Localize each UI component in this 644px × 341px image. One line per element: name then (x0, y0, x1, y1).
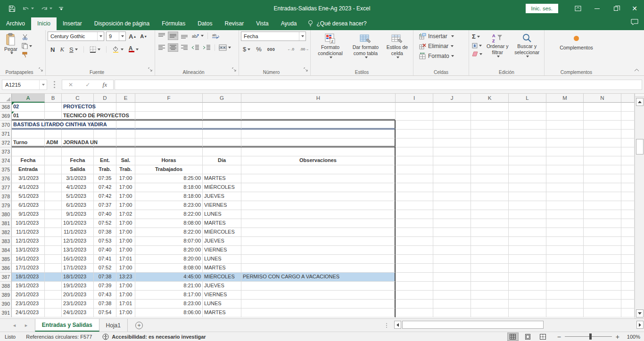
cell-D391[interactable]: 07:54 (94, 309, 116, 317)
cell-N388[interactable] (584, 282, 621, 291)
page-layout-view-icon[interactable] (522, 333, 534, 341)
cell-J370[interactable] (433, 121, 471, 130)
cell-I375[interactable] (396, 165, 433, 174)
cell-B380[interactable] (45, 210, 62, 219)
cell-L380[interactable] (509, 210, 546, 219)
save-icon[interactable] (8, 5, 16, 12)
cell-x385[interactable] (621, 255, 635, 264)
cell-H373[interactable] (241, 147, 396, 156)
fill-icon[interactable] (471, 42, 483, 49)
cell-D385[interactable]: 07:41 (94, 255, 116, 264)
page-break-view-icon[interactable] (537, 333, 549, 341)
cell-x381[interactable] (621, 219, 635, 228)
cell-H377[interactable] (241, 183, 396, 192)
row-header-377[interactable]: 377 (0, 183, 12, 192)
cell-A379[interactable]: 6/1/2023 (12, 201, 45, 210)
cell-I379[interactable] (396, 201, 433, 210)
column-header-N[interactable]: N (584, 94, 621, 103)
cell-E383[interactable]: 17:00 (116, 237, 135, 246)
cell-B373[interactable] (45, 147, 62, 156)
cell-I371[interactable] (396, 130, 433, 138)
insert-function-icon[interactable]: fx (103, 81, 107, 89)
cell-B369[interactable] (45, 112, 62, 121)
cell-G386[interactable]: MARTES (203, 264, 241, 273)
cell-B372[interactable]: ADM (45, 138, 62, 147)
row-header-379[interactable]: 379 (0, 201, 12, 210)
undo-icon[interactable] (22, 6, 34, 12)
find-select-button[interactable]: Buscar y seleccionar (512, 32, 542, 59)
cell-B387[interactable] (45, 273, 62, 282)
cell-C374[interactable]: Fecha (62, 156, 94, 165)
cell-F390[interactable]: 8:23:00 (135, 300, 203, 309)
cell-J374[interactable] (433, 156, 471, 165)
cell-B386[interactable] (45, 264, 62, 273)
cell-F388[interactable]: 8:21:00 (135, 282, 203, 291)
row-header-374[interactable]: 374 (0, 156, 12, 165)
cell-C378[interactable]: 5/1/2023 (62, 192, 94, 201)
cell-M383[interactable] (546, 237, 584, 246)
currency-format-icon[interactable]: $ (242, 45, 251, 53)
cell-A372[interactable]: Turno (12, 138, 45, 147)
cell-H376[interactable] (241, 174, 396, 183)
cell-N371[interactable] (584, 130, 621, 138)
cell-K375[interactable] (471, 165, 509, 174)
percent-format-icon[interactable]: % (255, 45, 263, 53)
fill-color-icon[interactable] (111, 46, 124, 53)
zoom-slider[interactable]: − + (557, 333, 619, 340)
cell-K389[interactable] (471, 291, 509, 300)
cell-I378[interactable] (396, 192, 433, 201)
cell-L382[interactable] (509, 228, 546, 237)
cell-E373[interactable] (116, 147, 135, 156)
cell-M391[interactable] (546, 309, 584, 317)
cell-B376[interactable] (45, 174, 62, 183)
increase-indent-icon[interactable] (202, 44, 212, 51)
cell-C391[interactable]: 24/1/2023 (62, 309, 94, 317)
cell-F383[interactable]: 8:07:00 (135, 237, 203, 246)
cell-B383[interactable] (45, 237, 62, 246)
cell-H381[interactable] (241, 219, 396, 228)
cell-C381[interactable]: 10/1/2023 (62, 219, 94, 228)
cell-A384[interactable]: 13/1/2023 (12, 246, 45, 255)
cell-G370[interactable] (203, 121, 241, 130)
cell-B388[interactable] (45, 282, 62, 291)
delete-cells-button[interactable]: Eliminar (418, 42, 467, 50)
cell-L379[interactable] (509, 201, 546, 210)
cell-J391[interactable] (433, 309, 471, 317)
ribbon-tab-ayuda[interactable]: Ayuda (275, 17, 303, 30)
cell-x368[interactable] (621, 103, 635, 112)
align-top-icon[interactable] (157, 32, 166, 40)
cut-icon[interactable] (21, 33, 33, 41)
row-header-373[interactable]: 373 (0, 147, 12, 156)
cell-x380[interactable] (621, 210, 635, 219)
cell-C388[interactable]: 19/1/2023 (62, 282, 94, 291)
cell-F389[interactable]: 8:17:00 (135, 291, 203, 300)
cell-M374[interactable] (546, 156, 584, 165)
sheet-nav-right-icon[interactable]: ► (24, 323, 28, 328)
cell-N383[interactable] (584, 237, 621, 246)
cell-L374[interactable] (509, 156, 546, 165)
cell-L368[interactable] (509, 103, 546, 112)
cell-I384[interactable] (396, 246, 433, 255)
scroll-left-icon[interactable] (394, 321, 401, 329)
close-button[interactable]: ✕ (625, 0, 644, 17)
cell-E381[interactable]: 17:00 (116, 219, 135, 228)
cell-C387[interactable]: 18/1/2023 (62, 273, 94, 282)
cell-N391[interactable] (584, 309, 621, 317)
column-header-E[interactable]: E (116, 94, 135, 103)
cell-I389[interactable] (396, 291, 433, 300)
format-as-table-button[interactable]: Dar formato como tabla (348, 32, 383, 60)
cell-C385[interactable]: 16/1/2023 (62, 255, 94, 264)
cell-L387[interactable] (509, 273, 546, 282)
cell-G389[interactable]: VIERNES (203, 291, 241, 300)
cell-K391[interactable] (471, 309, 509, 317)
cell-K384[interactable] (471, 246, 509, 255)
cell-L385[interactable] (509, 255, 546, 264)
horizontal-scroll-thumb[interactable] (402, 321, 544, 329)
cell-x391[interactable] (621, 309, 635, 317)
cell-D368[interactable] (94, 103, 116, 112)
cell-D381[interactable]: 07:52 (94, 219, 116, 228)
cell-N381[interactable] (584, 219, 621, 228)
row-header-376[interactable]: 376 (0, 174, 12, 183)
cell-J377[interactable] (433, 183, 471, 192)
cell-E390[interactable]: 17:01 (116, 300, 135, 309)
